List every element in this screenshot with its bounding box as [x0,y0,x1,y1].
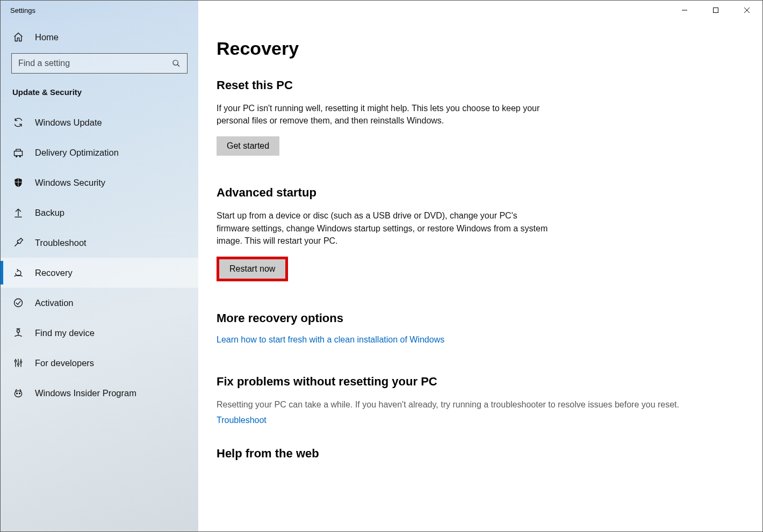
sidebar-item-backup[interactable]: Backup [1,198,198,228]
sidebar-item-label: Activation [35,298,74,308]
restart-now-button[interactable]: Restart now [219,259,285,279]
section-more-recovery: More recovery options Learn how to start… [217,311,746,345]
sidebar-item-activation[interactable]: Activation [1,288,198,318]
backup-icon [12,207,24,218]
home-icon [12,32,24,42]
titlebar: Settings [1,1,762,20]
svg-point-21 [20,361,21,363]
sidebar: Home Update & Security Windows Update [1,20,198,531]
restart-now-highlight: Restart now [217,257,288,281]
wrench-icon [12,237,24,248]
svg-line-5 [177,64,179,67]
svg-point-22 [15,391,21,397]
get-started-button[interactable]: Get started [217,136,279,156]
category-header: Update & Security [1,83,198,107]
maximize-icon [712,7,719,13]
sidebar-item-recovery[interactable]: Recovery [1,258,198,288]
sync-icon [12,117,24,128]
section-advanced-startup: Advanced startup Start up from a device … [217,186,746,281]
sidebar-item-label: Find my device [35,328,95,338]
search-box[interactable] [11,53,188,74]
page-title: Recovery [217,38,746,59]
sidebar-item-label: Recovery [35,268,73,278]
sidebar-item-label: Windows Security [35,178,105,188]
fix-description: Resetting your PC can take a while. If y… [217,398,746,411]
advanced-description: Start up from a device or disc (such as … [217,209,550,247]
sidebar-item-label: Windows Insider Program [35,388,136,398]
home-label: Home [35,32,59,42]
home-button[interactable]: Home [1,22,198,52]
troubleshoot-link[interactable]: Troubleshoot [217,416,267,425]
sidebar-item-for-developers[interactable]: For developers [1,348,198,378]
svg-rect-1 [714,8,718,13]
minimize-button[interactable] [669,1,700,20]
minimize-icon [681,7,688,13]
section-fix-problems: Fix problems without resetting your PC R… [217,375,746,425]
section-help-web: Help from the web [217,447,746,461]
nav-list: Windows Update Delivery Optimization Win… [1,107,198,408]
insider-icon [12,388,24,398]
svg-point-4 [173,60,178,65]
reset-description: If your PC isn't running well, resetting… [217,102,550,127]
svg-point-24 [19,393,20,394]
advanced-heading: Advanced startup [217,186,746,200]
recovery-icon [12,267,24,278]
sidebar-item-label: Backup [35,208,64,218]
close-icon [744,7,750,13]
fix-heading: Fix problems without resetting your PC [217,375,746,389]
search-icon [172,59,181,68]
svg-point-19 [15,360,16,362]
close-button[interactable] [731,1,762,20]
section-reset-pc: Reset this PC If your PC isn't running w… [217,78,746,156]
sidebar-item-label: Troubleshoot [35,238,87,248]
sidebar-item-windows-insider[interactable]: Windows Insider Program [1,378,198,408]
reset-heading: Reset this PC [217,78,746,92]
svg-point-15 [17,330,20,332]
window-title: Settings [1,6,35,14]
svg-point-20 [17,363,19,365]
developers-icon [12,358,24,368]
sidebar-item-label: For developers [35,358,94,368]
svg-rect-6 [15,151,23,156]
svg-point-7 [16,156,17,157]
sidebar-item-troubleshoot[interactable]: Troubleshoot [1,228,198,258]
sidebar-item-find-my-device[interactable]: Find my device [1,318,198,348]
fresh-install-link[interactable]: Learn how to start fresh with a clean in… [217,335,444,344]
sidebar-item-label: Delivery Optimization [35,148,119,158]
maximize-button[interactable] [700,1,731,20]
svg-point-8 [19,156,20,157]
sidebar-item-windows-security[interactable]: Windows Security [1,167,198,198]
sidebar-item-label: Windows Update [35,118,102,128]
check-circle-icon [12,297,24,308]
svg-point-14 [15,299,23,307]
delivery-icon [12,147,24,158]
search-input[interactable] [18,59,172,68]
svg-line-13 [15,242,18,246]
shield-icon [12,177,24,188]
content-pane: Recovery Reset this PC If your PC isn't … [198,20,762,531]
more-heading: More recovery options [217,311,746,325]
sidebar-item-delivery-optimization[interactable]: Delivery Optimization [1,137,198,167]
svg-point-23 [17,393,18,394]
location-icon [12,327,24,338]
window-controls [669,1,762,20]
sidebar-item-windows-update[interactable]: Windows Update [1,107,198,137]
help-heading: Help from the web [217,447,746,461]
